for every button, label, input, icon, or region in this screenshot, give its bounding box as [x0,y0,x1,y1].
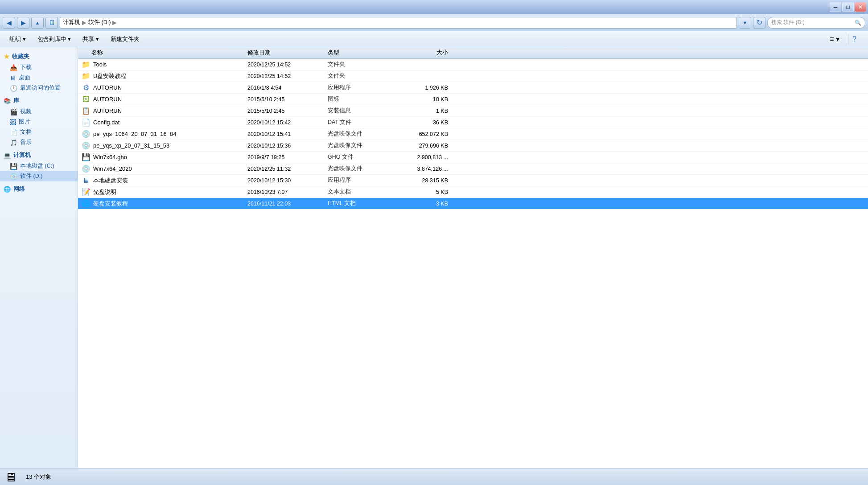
document-icon: 📄 [10,129,17,136]
table-row[interactable]: 📋 AUTORUN 2015/5/10 2:45 安装信息 1 KB [78,105,868,117]
file-name: Config.dat [93,119,119,126]
table-row[interactable]: 💿 Win7x64_2020 2020/12/25 11:32 光盘映像文件 3… [78,163,868,175]
breadcrumb-sep-1: ▶ [82,19,86,26]
cell-size: 3 KB [399,201,457,207]
location-icon: 🖥 [45,17,58,29]
table-row[interactable]: 💾 Win7x64.gho 2019/9/7 19:25 GHO 文件 2,90… [78,152,868,163]
table-row[interactable]: 📁 Tools 2020/12/25 14:52 文件夹 [78,59,868,70]
search-bar[interactable]: 搜索 软件 (D:) 🔍 [767,17,865,29]
file-name: 光盘说明 [93,188,116,196]
cell-type: GHO 文件 [328,153,399,161]
organize-button[interactable]: 组织 ▾ [4,33,31,45]
breadcrumb-computer[interactable]: 计算机 [63,19,80,26]
network-icon: 🌐 [4,186,11,193]
cell-name: ⚙ AUTORUN [78,83,247,92]
sidebar-header-favorites[interactable]: ★ 收藏夹 [0,51,78,62]
sidebar-header-network[interactable]: 🌐 网络 [0,183,78,195]
table-row[interactable]: 💿 pe_yqs_1064_20_07_31_16_04 2020/10/12 … [78,128,868,140]
sidebar-doc-label: 文档 [20,128,32,136]
help-button[interactable]: ? [852,33,864,45]
refresh-button[interactable]: ↻ [753,17,765,29]
cell-date: 2016/11/21 22:03 [247,201,328,207]
table-row[interactable]: 🖥 本地硬盘安装 2020/10/12 15:30 应用程序 28,315 KB [78,175,868,186]
col-header-date[interactable]: 修改日期 [247,49,328,57]
cell-type: 文件夹 [328,72,399,80]
back-button[interactable]: ◀ [3,17,15,29]
forward-button[interactable]: ▶ [17,17,29,29]
compress-button[interactable]: 包含到库中 ▾ [33,33,76,45]
sidebar-favorites-label: 收藏夹 [12,53,29,61]
table-row[interactable]: 📁 U盘安装教程 2020/12/25 14:52 文件夹 [78,70,868,82]
cell-date: 2016/10/23 7:07 [247,189,328,195]
table-row[interactable]: ⚙ AUTORUN 2016/1/8 4:54 应用程序 1,926 KB [78,82,868,94]
sidebar-item-download[interactable]: 📥 下载 [0,62,78,73]
share-button[interactable]: 共享 ▾ [78,33,104,45]
view-button[interactable]: ≡ ▾ [825,33,844,45]
sidebar-header-computer[interactable]: 💻 计算机 [0,149,78,161]
table-row[interactable]: 🖼 AUTORUN 2015/5/10 2:45 图标 10 KB [78,94,868,105]
search-icon[interactable]: 🔍 [855,20,861,26]
dropdown-button[interactable]: ▼ [739,17,751,29]
cell-size: 5 KB [399,189,457,195]
col-header-type[interactable]: 类型 [328,49,399,57]
ico-icon: 🖼 [82,95,91,103]
file-name: U盘安装教程 [93,72,126,80]
table-row[interactable]: 💿 pe_yqs_xp_20_07_31_15_53 2020/10/12 15… [78,140,868,152]
column-headers: 名称 修改日期 类型 大小 [78,47,868,59]
new-folder-button[interactable]: 新建文件夹 [106,33,144,45]
breadcrumb: 计算机 ▶ 软件 (D:) ▶ [60,17,737,29]
table-row[interactable]: 📄 Config.dat 2020/10/12 15:42 DAT 文件 36 … [78,117,868,128]
file-name: pe_yqs_xp_20_07_31_15_53 [93,142,169,149]
sidebar-item-local-c[interactable]: 💾 本地磁盘 (C:) [0,161,78,171]
statusbar: 🖥 13 个对象 [0,468,868,485]
sidebar-section-network: 🌐 网络 [0,183,78,195]
cell-date: 2016/1/8 4:54 [247,85,328,91]
dat-icon: 📄 [82,118,91,127]
sidebar-item-desktop[interactable]: 🖥 桌面 [0,73,78,83]
sidebar-item-video[interactable]: 🎬 视频 [0,107,78,117]
computer-icon: 💻 [4,152,11,159]
app-icon: 🖥 [82,177,91,185]
gho-icon: 💾 [82,153,91,161]
cell-date: 2020/10/12 15:42 [247,119,328,126]
cell-date: 2020/12/25 14:52 [247,62,328,68]
desktop-icon: 🖥 [10,74,16,82]
maximize-button[interactable]: □ [842,2,854,12]
cell-size: 279,696 KB [399,143,457,149]
sidebar-item-music[interactable]: 🎵 音乐 [0,137,78,148]
close-button[interactable]: ✕ [855,2,866,12]
cell-size: 1,926 KB [399,85,457,91]
cell-type: 应用程序 [328,84,399,91]
sidebar-header-library[interactable]: 📚 库 [0,95,78,107]
sidebar-item-document[interactable]: 📄 文档 [0,127,78,137]
cell-date: 2020/10/12 15:30 [247,177,328,184]
col-header-size[interactable]: 大小 [399,49,457,57]
cell-type: 光盘映像文件 [328,142,399,149]
file-area: 名称 修改日期 类型 大小 📁 Tools 2020/12/25 14:52 文… [78,47,868,468]
table-row[interactable]: 📝 光盘说明 2016/10/23 7:07 文本文档 5 KB [78,186,868,198]
minimize-button[interactable]: ─ [830,2,841,12]
download-icon: 📥 [10,64,17,71]
up-button[interactable]: ▲ [31,17,44,29]
sidebar-item-recent[interactable]: 🕐 最近访问的位置 [0,83,78,93]
star-icon: ★ [4,53,9,61]
cell-name: 🖥 本地硬盘安装 [78,177,247,185]
cell-size: 1 KB [399,108,457,114]
cell-date: 2020/12/25 11:32 [247,166,328,172]
iso-icon: 💿 [82,141,91,150]
video-icon: 🎬 [10,108,17,115]
disk-d-icon: 💿 [10,173,17,180]
sidebar-item-picture[interactable]: 🖼 图片 [0,117,78,127]
cell-name: 📁 Tools [78,60,247,69]
breadcrumb-software-d[interactable]: 软件 (D:) [88,19,111,26]
table-row[interactable]: 🌐 硬盘安装教程 2016/11/21 22:03 HTML 文档 3 KB [78,198,868,210]
cell-type: DAT 文件 [328,119,399,126]
col-header-name[interactable]: 名称 [78,49,247,57]
sidebar-download-label: 下载 [20,64,32,71]
sidebar-item-software-d[interactable]: 💿 软件 (D:) [0,171,78,181]
cell-name: 💿 Win7x64_2020 [78,164,247,173]
file-list: 📁 Tools 2020/12/25 14:52 文件夹 📁 U盘安装教程 20… [78,59,868,210]
cell-name: 🌐 硬盘安装教程 [78,199,247,208]
iso-icon: 💿 [82,130,91,138]
sidebar-computer-label: 计算机 [13,151,31,159]
